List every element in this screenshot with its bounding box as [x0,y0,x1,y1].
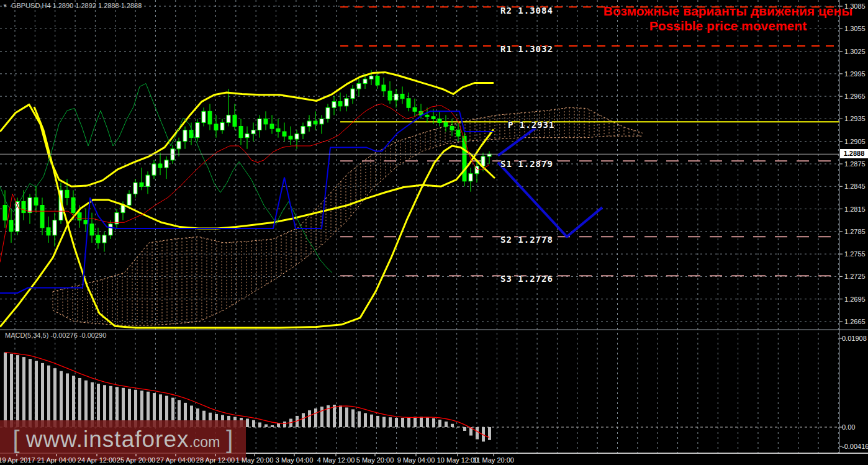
price-movement-annotation: Возможные варианты движения цены Possibl… [590,4,866,34]
chart-canvas[interactable]: 1.30851.30551.30251.29951.29651.29351.29… [0,0,868,465]
svg-text:1.2785: 1.2785 [844,228,866,235]
watermark-bracket-left: [ [13,427,20,452]
svg-text:21 Apr 04:00: 21 Apr 04:00 [37,456,76,464]
svg-text:1 May 20:00: 1 May 20:00 [236,456,274,464]
symbol-ohlc-title: GBPUSD,H4 1.2890 1.2892 1.2888 1.2888 [11,2,142,9]
pivot-label-p: P 1.2931 [508,120,554,130]
svg-text:1.2905: 1.2905 [844,138,866,145]
svg-text:1.2995: 1.2995 [844,70,866,78]
macd-indicator-label: MACD(5,34,5) -0.00276 -0.00290 [5,332,106,339]
trading-terminal-chart-window: 1.30851.30551.30251.29951.29651.29351.29… [0,0,868,465]
watermark-url-suffix: .com [189,434,220,450]
annotation-line-ru: Возможные варианты движения цены [590,4,866,19]
svg-text:10 May 12:00: 10 May 12:00 [437,456,479,464]
annotation-line-en: Possible price movement [590,19,866,34]
svg-text:19 Apr 2017: 19 Apr 2017 [0,456,35,464]
chart-title-bar: ▼ GBPUSD,H4 1.2890 1.2892 1.2888 1.2888 [2,2,142,9]
svg-text:0.01908: 0.01908 [842,335,867,342]
pivot-label-s2: S2 1.2778 [500,235,553,245]
pivot-label-s1: S1 1.2879 [500,159,553,169]
svg-text:1.2665: 1.2665 [844,318,866,325]
svg-text:25 Apr 20:00: 25 Apr 20:00 [117,456,155,464]
pivot-label-r1: R1 1.3032 [500,44,553,54]
svg-text:28 Apr 12:00: 28 Apr 12:00 [196,456,235,464]
svg-text:1.2965: 1.2965 [844,93,866,100]
svg-text:27 Apr 04:00: 27 Apr 04:00 [156,456,195,464]
watermark-bracket-right: ] [226,427,233,452]
svg-text:3 May 04:00: 3 May 04:00 [276,456,314,464]
svg-text:1.2695: 1.2695 [844,296,866,303]
svg-text:0.00: 0.00 [842,423,855,431]
pivot-label-s3: S3 1.2726 [500,274,553,284]
svg-text:1.2875: 1.2875 [844,160,866,168]
current-price-tag: 1.2888 [840,149,868,158]
svg-text:1.3025: 1.3025 [844,48,866,55]
svg-text:1.2725: 1.2725 [844,273,866,280]
svg-text:1.2815: 1.2815 [844,205,866,213]
watermark-url: www.instaforex [26,427,189,452]
svg-text:4 May 12:00: 4 May 12:00 [317,456,355,464]
svg-text:1.2755: 1.2755 [844,250,866,258]
pivot-label-r2: R2 1.3084 [500,6,553,16]
instaforex-watermark: [ www.instaforex.com ] [0,423,246,456]
svg-text:-0.00416: -0.00416 [842,443,868,450]
svg-text:1.2845: 1.2845 [844,183,866,190]
svg-text:1.2935: 1.2935 [844,115,866,122]
svg-text:11 May 20:00: 11 May 20:00 [473,456,514,464]
svg-text:9 May 04:00: 9 May 04:00 [397,456,435,464]
svg-text:24 Apr 12:00: 24 Apr 12:00 [78,456,116,464]
svg-text:5 May 20:00: 5 May 20:00 [356,456,394,464]
symbol-dropdown-icon[interactable]: ▼ [2,3,7,9]
